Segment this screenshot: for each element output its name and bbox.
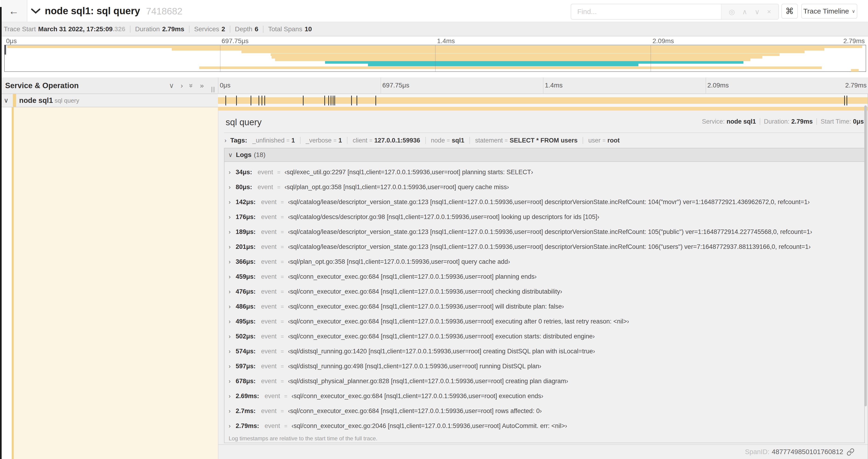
trace-view-dropdown[interactable]: Trace Timeline ∨ xyxy=(801,4,857,19)
find-input[interactable] xyxy=(571,4,721,19)
log-expand-chevron-icon[interactable]: › xyxy=(229,165,230,179)
locate-icon[interactable]: ◎ xyxy=(729,8,735,16)
log-row[interactable]: › 34μs: event = ‹sql/exec_util.go:2297 [… xyxy=(224,165,864,179)
tag-key: client xyxy=(352,137,367,144)
log-expand-chevron-icon[interactable]: › xyxy=(229,239,230,254)
log-message: ‹sql/catalog/lease/descriptor_version_st… xyxy=(288,243,811,250)
log-row[interactable]: › 80μs: event = ‹sql/plan_opt.go:358 [ns… xyxy=(224,179,864,195)
log-expand-chevron-icon[interactable]: › xyxy=(229,269,230,284)
log-expand-chevron-icon[interactable]: › xyxy=(229,195,230,209)
log-row[interactable]: › 574μs: event = ‹sql/distsql_running.go… xyxy=(224,344,864,359)
keyboard-shortcuts-button[interactable]: ⌘ xyxy=(781,4,798,19)
trace-collapse-chevron-icon[interactable] xyxy=(31,8,40,14)
span-row-name-cell[interactable]: ∨ node sql1 sql query xyxy=(0,94,218,107)
deep-link-icon[interactable] xyxy=(846,448,855,456)
span-duration-bar[interactable] xyxy=(218,97,868,104)
log-row[interactable]: › 597μs: event = ‹sql/distsql_running.go… xyxy=(224,359,864,374)
trace-minimap[interactable] xyxy=(4,45,866,72)
viewport-drag-handle[interactable] xyxy=(4,45,6,55)
log-row[interactable]: › 2.79ms: event = ‹sql/conn_executor_exe… xyxy=(224,418,864,433)
log-expand-chevron-icon[interactable]: › xyxy=(229,389,230,403)
log-marker-tick[interactable] xyxy=(846,96,847,105)
log-marker-tick[interactable] xyxy=(265,96,265,105)
back-button[interactable]: ← xyxy=(1,0,27,22)
log-row[interactable]: › 2.69ms: event = ‹sql/conn_executor_exe… xyxy=(224,389,864,403)
log-marker-tick[interactable] xyxy=(328,96,329,105)
tags-row[interactable]: › Tags: _unfinished=1_verbose=1client=12… xyxy=(224,133,865,147)
log-expand-chevron-icon[interactable]: › xyxy=(229,209,230,224)
log-timestamp: 597μs: xyxy=(236,363,256,370)
log-row[interactable]: › 176μs: event = ‹sql/catalog/descs/desc… xyxy=(224,209,864,224)
tags-label: Tags: xyxy=(230,137,247,144)
log-marker-tick[interactable] xyxy=(375,96,376,105)
log-row[interactable]: › 142μs: event = ‹sql/catalog/lease/desc… xyxy=(224,195,864,209)
expand-one-icon[interactable]: › xyxy=(181,81,183,90)
log-marker-tick[interactable] xyxy=(331,96,331,105)
log-equals: = xyxy=(281,303,284,310)
log-expand-chevron-icon[interactable]: › xyxy=(229,299,230,314)
log-expand-chevron-icon[interactable]: › xyxy=(229,329,230,344)
log-expand-chevron-icon[interactable]: › xyxy=(229,374,230,389)
trace-view-dropdown-label: Trace Timeline xyxy=(803,7,849,15)
log-row[interactable]: › 495μs: event = ‹sql/conn_executor_exec… xyxy=(224,314,864,329)
expand-all-icon[interactable]: » xyxy=(200,81,204,90)
collapse-all-icon[interactable]: » xyxy=(187,84,195,88)
log-marker-tick[interactable] xyxy=(324,96,325,105)
log-marker-tick[interactable] xyxy=(258,96,259,105)
log-field-key: event xyxy=(261,228,277,235)
log-expand-chevron-icon[interactable]: › xyxy=(229,284,230,299)
log-row[interactable]: › 201μs: event = ‹sql/catalog/lease/desc… xyxy=(224,239,864,254)
log-marker-tick[interactable] xyxy=(236,96,237,105)
log-marker-tick[interactable] xyxy=(251,96,251,105)
log-row[interactable]: › 678μs: event = ‹sql/distsql_physical_p… xyxy=(224,374,864,389)
minimap-gridline xyxy=(220,45,220,71)
log-equals: = xyxy=(281,378,284,384)
clear-search-icon[interactable]: × xyxy=(767,8,771,15)
next-match-icon[interactable]: ∨ xyxy=(754,8,760,16)
tags-expand-chevron-icon[interactable]: › xyxy=(224,137,226,144)
scrollbar-thumb[interactable] xyxy=(864,105,867,406)
log-marker-tick[interactable] xyxy=(303,96,304,105)
tag-equals: = xyxy=(286,137,289,144)
prev-match-icon[interactable]: ∧ xyxy=(742,8,747,16)
log-message: ‹sql/catalog/lease/descriptor_version_st… xyxy=(288,228,812,235)
column-resizer-handle[interactable] xyxy=(211,87,214,92)
log-row[interactable]: › 189μs: event = ‹sql/catalog/lease/desc… xyxy=(224,224,864,239)
log-expand-chevron-icon[interactable]: › xyxy=(229,418,230,433)
minimap-gridline xyxy=(651,45,651,71)
log-marker-tick[interactable] xyxy=(356,96,357,105)
log-expand-chevron-icon[interactable]: › xyxy=(229,359,230,374)
log-marker-tick[interactable] xyxy=(844,96,845,105)
log-row[interactable]: › 486μs: event = ‹sql/conn_executor_exec… xyxy=(224,299,864,314)
tag-value: root xyxy=(608,137,620,144)
log-expand-chevron-icon[interactable]: › xyxy=(229,314,230,329)
log-timestamp: 502μs: xyxy=(236,333,256,340)
log-marker-tick[interactable] xyxy=(261,96,262,105)
log-marker-tick[interactable] xyxy=(333,96,334,105)
log-expand-chevron-icon[interactable]: › xyxy=(229,344,230,359)
log-row[interactable]: › 366μs: event = ‹sql/plan_opt.go:358 [n… xyxy=(224,254,864,269)
log-marker-tick[interactable] xyxy=(334,96,335,105)
log-marker-tick[interactable] xyxy=(351,96,352,105)
logs-header[interactable]: ∨ Logs (18) xyxy=(224,148,864,162)
tag-key: statement xyxy=(475,137,503,144)
log-expand-chevron-icon[interactable]: › xyxy=(229,224,230,239)
divider xyxy=(230,26,230,33)
collapse-one-icon[interactable]: ∨ xyxy=(169,81,174,90)
log-expand-chevron-icon[interactable]: › xyxy=(229,179,230,195)
log-row[interactable]: › 476μs: event = ‹sql/conn_executor_exec… xyxy=(224,284,864,299)
log-expand-chevron-icon[interactable]: › xyxy=(229,254,230,269)
tick-label: 2.79ms xyxy=(845,81,867,89)
log-row[interactable]: › 459μs: event = ‹sql/conn_executor_exec… xyxy=(224,269,864,284)
log-row[interactable]: › 502μs: event = ‹sql/conn_executor_exec… xyxy=(224,329,864,344)
log-field-key: event xyxy=(261,348,277,355)
detail-span-color-strip xyxy=(12,107,14,459)
span-collapse-chevron-icon[interactable]: ∨ xyxy=(4,94,9,107)
log-marker-tick[interactable] xyxy=(225,96,226,105)
log-row[interactable]: › 2.7ms: event = ‹sql/conn_executor_exec… xyxy=(224,403,864,418)
window-left-edge xyxy=(0,7,2,459)
span-bar-cell[interactable] xyxy=(218,94,868,107)
divider xyxy=(583,137,583,144)
log-expand-chevron-icon[interactable]: › xyxy=(229,403,230,418)
logs-collapse-chevron-icon[interactable]: ∨ xyxy=(228,151,232,159)
